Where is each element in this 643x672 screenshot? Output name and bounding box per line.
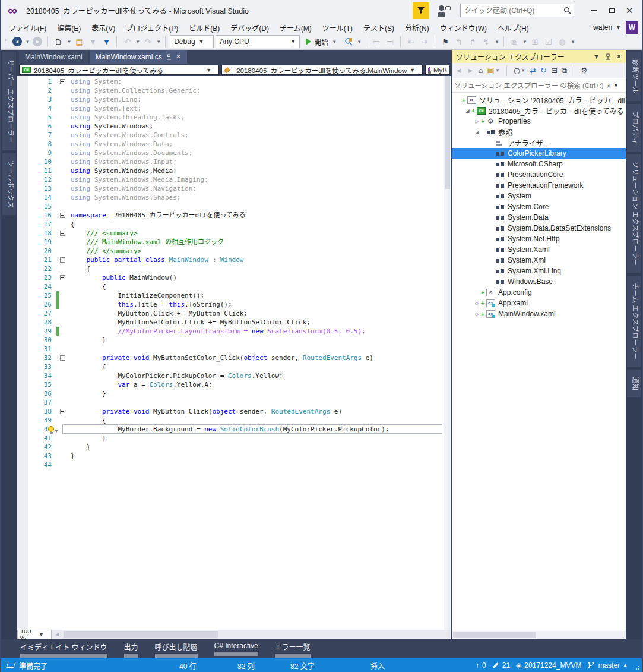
tree-item-8[interactable]: PresentationFramework xyxy=(452,180,626,191)
toolbar-drag-handle[interactable]: ⁞ xyxy=(5,39,7,45)
solution-explorer-search[interactable]: ⌕ ▼ xyxy=(452,78,626,93)
scrollbar-thumb[interactable] xyxy=(64,631,218,638)
bottom-tab-0[interactable]: イミディエイト ウィンドウ xyxy=(20,642,107,658)
right-tool-tab-1[interactable]: プロパティ xyxy=(627,104,641,152)
user-avatar[interactable]: W xyxy=(626,21,638,34)
tree-item-9[interactable]: System xyxy=(452,191,626,201)
properties-button[interactable]: ⚙ xyxy=(581,66,588,75)
quick-launch-input[interactable] xyxy=(461,7,563,15)
collapse-all-button[interactable]: ⊟ xyxy=(551,66,558,75)
solution-search-input[interactable] xyxy=(454,82,604,89)
next-bookmark-button[interactable]: ↱ xyxy=(467,35,479,48)
forward-button[interactable]: ► xyxy=(467,66,474,75)
tree-item-7[interactable]: PresentationCore xyxy=(452,169,626,180)
solution-platform-combo[interactable]: Any CPU▼ xyxy=(216,35,300,48)
close-icon[interactable]: ✕ xyxy=(176,53,181,61)
fold-collapse-box[interactable] xyxy=(60,409,65,414)
redo-dropdown-icon[interactable]: ▼ xyxy=(156,39,161,45)
menu-item-7[interactable]: ツール(T) xyxy=(317,21,358,34)
menu-item-8[interactable]: テスト(S) xyxy=(358,21,400,34)
project-dropdown[interactable]: C# 20180405_カラーピッカーdllを使ってみる ▼ xyxy=(19,65,219,75)
search-options-dropdown-icon[interactable]: ▼ xyxy=(613,83,619,89)
document-tab-1[interactable]: MainWindow.xaml.cs✕ xyxy=(90,50,187,64)
menu-item-1[interactable]: 編集(E) xyxy=(52,21,86,34)
editor-vertical-scrollbar[interactable] xyxy=(444,76,451,630)
check-task-button[interactable]: ☑ xyxy=(543,35,555,48)
save-all-button[interactable]: ▼ xyxy=(100,35,112,48)
close-icon[interactable]: ✕ xyxy=(616,53,622,61)
tree-item-20[interactable]: ▷+<>MainWindow.xaml xyxy=(452,308,626,319)
toggle-bookmark-button[interactable]: ⚑ xyxy=(439,35,451,48)
right-tool-tab-2[interactable]: ソリューション エクスプローラー xyxy=(627,154,641,273)
user-dropdown-icon[interactable]: ▼ xyxy=(616,24,621,30)
menu-item-11[interactable]: ヘルプ(H) xyxy=(492,21,534,34)
pending-changes-filter-button[interactable]: ◷▼ xyxy=(514,66,525,75)
tree-item-16[interactable]: System.Xml.Linq xyxy=(452,266,626,276)
expander-icon[interactable]: ▷ xyxy=(473,301,481,306)
search-icon[interactable]: ⌕ xyxy=(607,81,611,90)
tree-item-13[interactable]: System.Net.Http xyxy=(452,234,626,244)
close-button[interactable]: ✕ xyxy=(620,3,638,18)
tree-item-6[interactable]: Microsoft.CSharp xyxy=(452,159,626,169)
editor-horizontal-scrollbar[interactable]: ◄ xyxy=(52,630,451,639)
save-button[interactable]: ▼ xyxy=(87,35,99,48)
open-file-button[interactable]: ▤ xyxy=(73,35,85,48)
fold-collapse-box[interactable] xyxy=(60,213,65,218)
tree-item-15[interactable]: System.Xml xyxy=(452,255,626,266)
document-tab-0[interactable]: MainWindow.xaml xyxy=(19,50,88,64)
pin-icon[interactable] xyxy=(166,54,172,60)
menu-item-2[interactable]: 表示(V) xyxy=(86,21,121,34)
fold-collapse-box[interactable] xyxy=(60,275,65,280)
menu-item-5[interactable]: デバッグ(D) xyxy=(225,21,274,34)
expander-icon[interactable]: ◢ xyxy=(464,108,471,113)
menu-item-4[interactable]: ビルド(B) xyxy=(183,21,225,34)
expander-icon[interactable]: ◢ xyxy=(473,130,481,135)
quick-launch-box[interactable] xyxy=(460,4,574,17)
editor-zoom-combo[interactable]: 100 %▼ xyxy=(17,630,52,639)
task-list-button[interactable]: 🗈 xyxy=(508,35,520,48)
tree-item-1[interactable]: ◢+C#20180405_カラーピッカーdllを使ってみる xyxy=(452,105,626,116)
scroll-left-icon[interactable]: ◄ xyxy=(54,631,60,638)
tree-item-5[interactable]: ColorPickerLibrary xyxy=(452,148,626,159)
code-editor[interactable]: 1using System;2using System.Collections.… xyxy=(17,76,451,630)
tree-item-14[interactable]: System.Xaml xyxy=(452,244,626,255)
branch-indicator[interactable]: master ▲ xyxy=(587,661,628,670)
notifications-flag-button[interactable] xyxy=(413,2,429,19)
scrollbar-thumb[interactable] xyxy=(453,632,536,638)
tree-item-2[interactable]: ▷+⚙Properties xyxy=(452,116,626,127)
new-file-dropdown-icon[interactable]: ▼ xyxy=(66,39,71,45)
navigate-forward-button[interactable]: ► xyxy=(31,35,43,48)
tree-item-11[interactable]: System.Data xyxy=(452,212,626,223)
navigate-back-button[interactable]: ◄ xyxy=(11,35,23,48)
task-list-dropdown-icon[interactable]: ▼ xyxy=(522,39,527,45)
tree-item-0[interactable]: +∞ソリューション '20180405_カラーピッカーdllを使ってみる' (1 xyxy=(452,94,626,105)
toolbar-overflow-icon[interactable]: ▼ xyxy=(357,39,362,45)
minimize-button[interactable] xyxy=(585,3,603,18)
previous-bookmark-button[interactable]: ↰ xyxy=(453,35,465,48)
new-file-button[interactable]: 🗋 xyxy=(52,35,64,48)
refresh-button[interactable]: ↻ xyxy=(540,66,547,75)
fold-collapse-box[interactable] xyxy=(60,231,65,236)
start-debugging-button[interactable]: 開始 ▼ xyxy=(302,35,341,48)
lightbulb-icon[interactable] xyxy=(48,426,54,432)
tree-item-12[interactable]: System.Data.DataSetExtensions xyxy=(452,223,626,234)
maximize-button[interactable] xyxy=(603,3,620,18)
menu-item-6[interactable]: チーム(M) xyxy=(274,21,317,34)
undo-dropdown-icon[interactable]: ▼ xyxy=(135,39,140,45)
solution-horizontal-scrollbar[interactable] xyxy=(452,631,626,639)
bottom-tab-3[interactable]: C# Interactive xyxy=(214,642,258,656)
decrease-indent-button[interactable]: ⇤ xyxy=(405,35,417,48)
group-overflow-icon[interactable]: ▼ xyxy=(571,39,575,45)
fold-collapse-box[interactable] xyxy=(60,79,65,84)
window-position-dropdown-icon[interactable]: ▼ xyxy=(593,53,600,60)
right-tool-tab-3[interactable]: チーム エクスプローラー xyxy=(627,276,641,367)
member-dropdown[interactable]: MyB xyxy=(425,65,449,75)
back-button[interactable]: ◄ xyxy=(455,66,463,75)
type-dropdown[interactable]: _20180405_カラーピッカーdllを使ってみる.MainWindow ▼ xyxy=(221,65,423,75)
bookmark-group-overflow-icon[interactable]: ▼ xyxy=(495,39,499,45)
right-tool-tab-0[interactable]: 診断ツール xyxy=(627,52,641,101)
menu-item-10[interactable]: ウィンドウ(W) xyxy=(435,21,492,34)
tree-item-17[interactable]: WindowsBase xyxy=(452,276,626,287)
signed-in-user[interactable]: waten xyxy=(593,23,612,31)
show-all-files-button[interactable]: ⧉ xyxy=(562,66,567,75)
